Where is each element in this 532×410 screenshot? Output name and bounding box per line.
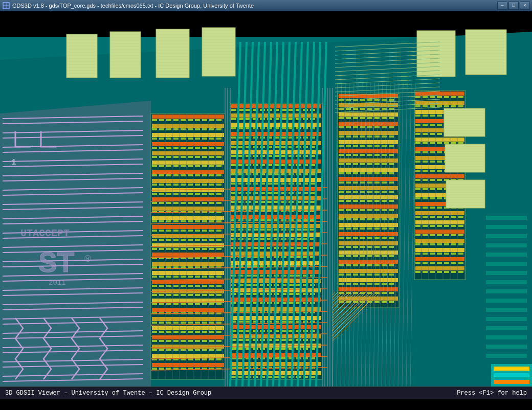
status-right-text: Press <F1> for help	[457, 390, 527, 397]
minimize-button[interactable]: ─	[497, 2, 507, 10]
viewport[interactable]: 3D GDSII Viewer – University of Twente –…	[0, 11, 532, 399]
maximize-button[interactable]: □	[508, 2, 519, 10]
status-left-text: 3D GDSII Viewer – University of Twente –…	[5, 390, 211, 397]
window-title: GDS3D v1.8 - gds/TOP_core.gds - techfile…	[12, 3, 254, 9]
title-bar: GDS3D v1.8 - gds/TOP_core.gds - techfile…	[0, 0, 532, 11]
app-icon	[2, 2, 10, 10]
title-bar-left: GDS3D v1.8 - gds/TOP_core.gds - techfile…	[2, 2, 254, 10]
chip-render-canvas[interactable]	[0, 11, 532, 399]
title-bar-buttons[interactable]: ─ □ ✕	[497, 2, 530, 10]
close-button[interactable]: ✕	[520, 2, 530, 10]
status-bar: 3D GDSII Viewer – University of Twente –…	[0, 386, 532, 399]
